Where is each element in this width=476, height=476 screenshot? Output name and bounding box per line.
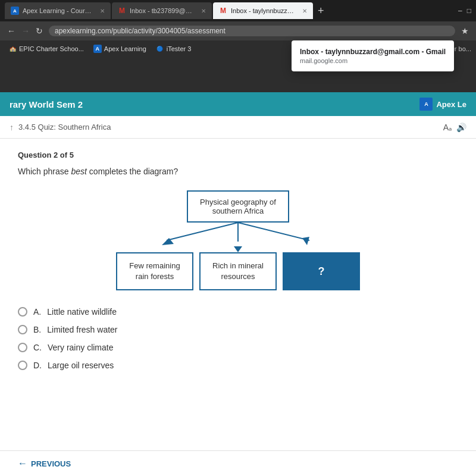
- sound-icon[interactable]: 🔊: [456, 123, 466, 132]
- tab-inbox2[interactable]: M Inbox - taylynnbuzzard@gmail... ✕: [213, 2, 313, 19]
- box1-line2: rain forests: [136, 272, 174, 281]
- bookmark-epic-icon: 🏫: [8, 45, 17, 53]
- box3-label: ?: [318, 264, 325, 279]
- content-footer: ← PREVIOUS: [0, 450, 476, 476]
- tab-inbox1[interactable]: M Inbox - tb237899@epiccharters... ✕: [112, 2, 212, 19]
- top-nav-right: A Apex Le: [419, 98, 466, 111]
- reload-icon[interactable]: ↻: [36, 26, 43, 36]
- tooltip-subtitle: mail.google.com: [300, 57, 446, 64]
- answer-option-d[interactable]: D. Large oil reserves: [18, 361, 458, 370]
- bookmark-itester-label: iTester 3: [167, 45, 192, 52]
- answer-options: A. Little native wildlife B. Limited fre…: [18, 307, 458, 370]
- option-a-text: Little native wildlife: [47, 307, 117, 317]
- address-bar: ← → ↻ ★: [0, 21, 476, 40]
- radio-d[interactable]: [18, 361, 27, 370]
- question-italic: best: [71, 167, 86, 176]
- radio-b[interactable]: [18, 325, 27, 334]
- option-d-letter: D.: [33, 361, 42, 370]
- bookmark-epic-label: EPIC Charter Schoo...: [19, 45, 84, 52]
- new-tab-button[interactable]: +: [314, 5, 328, 17]
- svg-line-0: [167, 223, 238, 240]
- tab-tooltip: Inbox - taylynnbuzzard@gmail.com - Gmail…: [292, 40, 454, 71]
- box2-line1: Rich in mineral: [212, 261, 264, 270]
- bookmark-itester-icon: 🔵: [156, 45, 164, 53]
- option-c-text: Very rainy climate: [48, 343, 113, 352]
- diagram-box-3-highlighted: ?: [283, 252, 360, 290]
- svg-marker-5: [302, 237, 309, 245]
- tab-label: Apex Learning - Courses: [23, 7, 94, 14]
- option-c-letter: C.: [33, 343, 42, 352]
- option-b-letter: B.: [33, 325, 41, 334]
- question-suffix: completes the diagram?: [87, 167, 178, 176]
- apex-logo-label: Apex Le: [436, 100, 466, 109]
- bookmark-star-icon[interactable]: ★: [461, 26, 469, 36]
- diagram-bottom-row: Few remaining rain forests Rich in miner…: [116, 252, 360, 290]
- sub-nav-controls: Aₐ 🔊: [443, 123, 466, 132]
- window-controls: – □: [458, 7, 471, 15]
- option-a-letter: A.: [33, 307, 41, 317]
- diagram-box-1: Few remaining rain forests: [116, 252, 193, 290]
- tab-apex-learning[interactable]: A Apex Learning - Courses ✕: [5, 2, 111, 19]
- question-prefix: Which phrase: [18, 167, 71, 176]
- forward-icon[interactable]: →: [21, 26, 30, 36]
- bookmark-apex-label: Apex Learning: [104, 45, 146, 52]
- translate-icon[interactable]: Aₐ: [443, 123, 452, 132]
- tab-close-icon[interactable]: ✕: [100, 8, 105, 14]
- svg-line-4: [238, 223, 309, 240]
- back-icon[interactable]: ←: [7, 26, 15, 36]
- box2-line2: resources: [221, 272, 255, 281]
- tab-bar: A Apex Learning - Courses ✕ M Inbox - tb…: [0, 0, 476, 21]
- box1-line1: Few remaining: [129, 261, 180, 270]
- bookmark-apex[interactable]: A Apex Learning: [90, 43, 150, 54]
- tab-close-3-icon[interactable]: ✕: [302, 8, 307, 14]
- top-nav-bar: rary World Sem 2 A Apex Le: [0, 92, 476, 116]
- top-box-line1: Physical geography of: [200, 198, 276, 206]
- gmail-favicon-1: M: [118, 7, 126, 15]
- restore-icon[interactable]: □: [467, 7, 471, 15]
- tab-close-2-icon[interactable]: ✕: [201, 8, 206, 14]
- bookmark-apex-icon: A: [93, 45, 102, 53]
- minimize-icon[interactable]: –: [458, 7, 462, 15]
- address-input[interactable]: [49, 26, 455, 36]
- question-header: Question 2 of 5: [18, 151, 458, 159]
- option-b-text: Limited fresh water: [47, 325, 117, 334]
- question-text: Which phrase best completes the diagram?: [18, 167, 458, 176]
- tab-label-3: Inbox - taylynnbuzzard@gmail...: [231, 7, 296, 14]
- quiz-label: 3.4.5 Quiz: Southern Africa: [18, 123, 111, 131]
- tooltip-title: Inbox - taylynnbuzzard@gmail.com - Gmail: [300, 48, 446, 56]
- apex-logo: A Apex Le: [419, 98, 466, 111]
- diagram-arrows: [119, 223, 357, 252]
- main-content: rary World Sem 2 A Apex Le ↑ 3.4.5 Quiz:…: [0, 92, 476, 476]
- diagram-top-box: Physical geography of southern Africa: [187, 190, 289, 223]
- apex-favicon: A: [11, 7, 19, 15]
- answer-option-c[interactable]: C. Very rainy climate: [18, 343, 458, 352]
- tab-label-2: Inbox - tb237899@epiccharters...: [130, 7, 195, 14]
- top-box-line2: southern Africa: [212, 206, 264, 215]
- breadcrumb-arrow: ↑: [10, 123, 14, 132]
- bookmark-epic[interactable]: 🏫 EPIC Charter Schoo...: [5, 43, 87, 54]
- prev-label: PREVIOUS: [31, 459, 71, 468]
- option-d-text: Large oil reserves: [48, 361, 114, 370]
- radio-a[interactable]: [18, 307, 27, 317]
- content-area: Question 2 of 5 Which phrase best comple…: [0, 139, 476, 450]
- arrows-svg: [119, 223, 357, 252]
- answer-option-b[interactable]: B. Limited fresh water: [18, 325, 458, 334]
- gmail-favicon-2: M: [219, 7, 227, 15]
- answer-option-a[interactable]: A. Little native wildlife: [18, 307, 458, 317]
- previous-button[interactable]: ← PREVIOUS: [18, 458, 71, 469]
- bookmark-itester[interactable]: 🔵 iTester 3: [152, 43, 195, 54]
- diagram-box-2: Rich in mineral resources: [199, 252, 277, 290]
- apex-logo-icon: A: [419, 98, 433, 111]
- prev-arrow-icon: ←: [18, 458, 27, 469]
- course-title: rary World Sem 2: [10, 99, 83, 109]
- sub-nav: ↑ 3.4.5 Quiz: Southern Africa Aₐ 🔊: [0, 116, 476, 139]
- diagram-container: Physical geography of southern Africa: [18, 190, 458, 290]
- radio-c[interactable]: [18, 343, 27, 352]
- svg-marker-3: [234, 246, 242, 252]
